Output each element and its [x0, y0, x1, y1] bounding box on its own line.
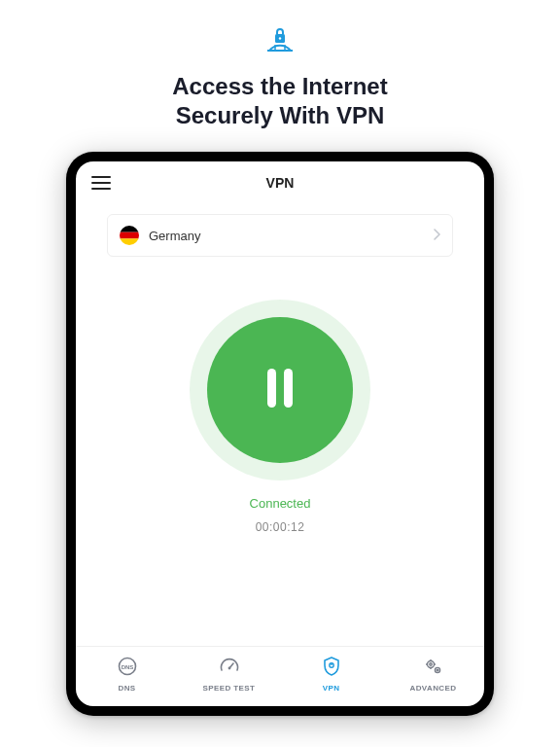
page-title: VPN: [266, 175, 295, 191]
tablet-frame: VPN Germany: [66, 152, 494, 716]
promo-secure-globe-icon: [262, 25, 298, 62]
connect-toggle-button[interactable]: [207, 317, 353, 463]
flag-germany-icon: [120, 226, 139, 245]
tab-label: DNS: [118, 684, 135, 693]
app-screen: VPN Germany: [76, 161, 484, 706]
svg-point-17: [427, 660, 434, 667]
country-selector[interactable]: Germany: [107, 214, 453, 257]
tab-speed-test[interactable]: SPEED TEST: [178, 647, 280, 700]
svg-point-24: [437, 669, 438, 671]
svg-point-14: [228, 666, 230, 669]
svg-point-23: [435, 667, 439, 672]
tab-label: SPEED TEST: [203, 684, 256, 693]
promo-headline: Access the Internet Securely With VPN: [172, 72, 387, 130]
tab-advanced[interactable]: ADVANCED: [382, 647, 484, 700]
svg-point-18: [429, 662, 431, 664]
gauge-icon: [219, 656, 240, 681]
svg-rect-8: [120, 238, 139, 245]
promo-line-1: Access the Internet: [172, 73, 387, 99]
svg-rect-10: [284, 369, 293, 408]
country-name: Germany: [149, 229, 433, 243]
dns-icon: DNS: [117, 656, 138, 681]
shield-icon: [321, 656, 342, 681]
svg-rect-6: [120, 226, 139, 232]
connection-timer: 00:00:12: [256, 520, 305, 534]
app-header: VPN: [76, 161, 484, 204]
connect-area: Connected 00:00:12: [76, 257, 484, 646]
pause-icon: [262, 365, 298, 415]
bottom-tab-bar: DNS DNS SPEED TEST: [76, 646, 484, 706]
svg-rect-7: [120, 232, 139, 239]
tab-label: VPN: [323, 684, 340, 693]
chevron-right-icon: [433, 227, 440, 244]
promo-line-2: Securely With VPN: [176, 102, 385, 128]
gears-icon: [423, 656, 444, 681]
menu-button[interactable]: [91, 176, 111, 190]
connection-status: Connected: [250, 496, 311, 511]
tab-vpn[interactable]: VPN: [280, 647, 382, 700]
hamburger-icon: [91, 176, 111, 178]
svg-rect-9: [267, 369, 276, 408]
tab-label: ADVANCED: [410, 684, 457, 693]
tab-dns[interactable]: DNS DNS: [76, 647, 178, 700]
svg-text:DNS: DNS: [121, 663, 133, 669]
svg-point-4: [279, 37, 281, 39]
